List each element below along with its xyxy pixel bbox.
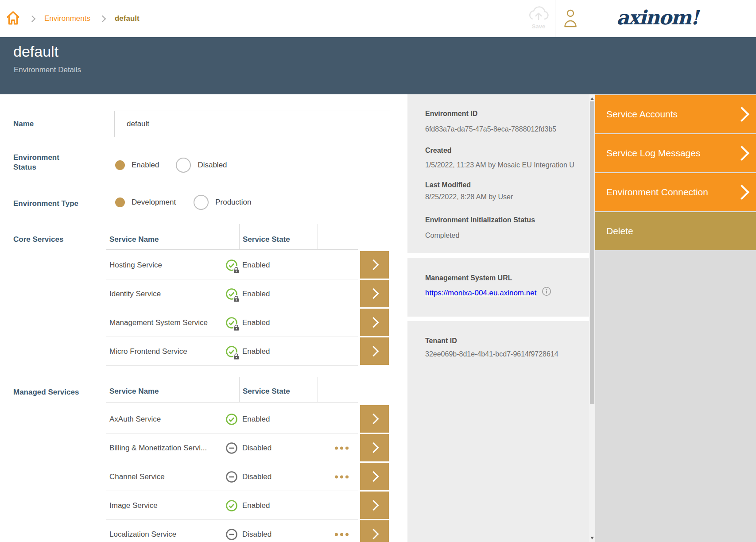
- chevron-right-icon: [368, 259, 379, 270]
- service-name: Hosting Service: [109, 261, 162, 270]
- chevron-right-icon: [368, 346, 379, 356]
- service-state-label: Disabled: [242, 444, 271, 453]
- name-input[interactable]: [114, 111, 390, 137]
- save-button[interactable]: Save: [524, 5, 553, 30]
- service-row-micro-frontend: Micro Frontend Service Enabled: [106, 337, 358, 366]
- service-state-label: Enabled: [242, 318, 270, 327]
- breadcrumb: Environments default: [6, 0, 140, 37]
- service-row-identity: Identity Service Enabled: [106, 280, 358, 308]
- radio-development-label[interactable]: Development: [132, 198, 176, 207]
- service-name: AxAuth Service: [109, 415, 161, 424]
- disabled-icon: [225, 441, 238, 455]
- save-button-label: Save: [524, 23, 553, 30]
- open-axauth-service-button[interactable]: [360, 405, 389, 433]
- chevron-right-icon: [368, 414, 379, 424]
- open-micro-frontend-service-button[interactable]: [360, 337, 389, 365]
- management-system-url-link[interactable]: https://monixa-004.eu.axinom.net: [425, 289, 536, 298]
- service-name: Billing & Monetization Servi...: [109, 444, 207, 453]
- service-log-messages-button-label: Service Log Messages: [606, 148, 700, 158]
- chevron-right-icon: [734, 146, 749, 161]
- name-label: Name: [13, 120, 34, 128]
- managed-services-label: Managed Services: [13, 388, 79, 397]
- service-state-label: Enabled: [242, 347, 270, 356]
- tenant-id-label: Tenant ID: [425, 337, 457, 345]
- enabled-locked-icon: [225, 259, 238, 272]
- radio-disabled-label[interactable]: Disabled: [198, 161, 227, 170]
- service-row-billing-monetization: Billing & Monetization Servi... Disabled: [106, 434, 358, 462]
- open-management-system-service-button[interactable]: [360, 309, 389, 336]
- chevron-right-icon: [734, 185, 749, 200]
- radio-production[interactable]: [194, 195, 209, 210]
- scroll-up-arrow[interactable]: [590, 97, 594, 100]
- environment-connection-button[interactable]: Environment Connection: [595, 173, 756, 211]
- disabled-icon: [225, 528, 238, 541]
- user-profile-icon: [563, 22, 578, 29]
- vertical-scrollbar[interactable]: [589, 94, 595, 542]
- open-channel-service-button[interactable]: [360, 463, 389, 490]
- action-sidebar: Service Accounts Service Log Messages En…: [595, 94, 756, 542]
- scroll-down-arrow[interactable]: [590, 537, 594, 539]
- environment-info-panel: Environment ID 6fd83a7a-da75-47a5-8eca-7…: [407, 94, 589, 542]
- radio-enabled-label[interactable]: Enabled: [132, 161, 159, 170]
- info-section-url: [407, 258, 589, 317]
- open-localization-service-button[interactable]: [360, 520, 389, 542]
- page-header: default Environment Details: [0, 37, 756, 94]
- column-divider: [318, 377, 318, 402]
- service-row-hosting: Hosting Service Enabled: [106, 251, 358, 279]
- chevron-right-icon: [368, 529, 379, 539]
- service-row-axauth: AxAuth Service Enabled: [106, 405, 358, 434]
- row-menu-button[interactable]: [333, 445, 350, 451]
- table-header-underline: [106, 402, 358, 403]
- radio-disabled[interactable]: [176, 158, 191, 173]
- row-menu-button[interactable]: [333, 531, 350, 538]
- service-accounts-button[interactable]: Service Accounts: [595, 95, 756, 133]
- radio-enabled-selected[interactable]: [115, 160, 125, 170]
- environment-id-value: 6fd83a7a-da75-47a5-8eca-7888012fd3b5: [425, 125, 556, 133]
- last-modified-value: 8/25/2022, 8:28 AM by User: [425, 193, 513, 201]
- service-row-channel: Channel Service Disabled: [106, 463, 358, 491]
- home-icon: [6, 11, 20, 27]
- open-image-service-button[interactable]: [360, 492, 389, 519]
- page-title: default: [13, 43, 58, 60]
- column-divider: [239, 224, 240, 249]
- managed-column-service-name: Service Name: [109, 387, 159, 396]
- service-log-messages-button[interactable]: Service Log Messages: [595, 134, 756, 172]
- environment-connection-button-label: Environment Connection: [606, 187, 708, 197]
- environment-status-label: Environment Status: [13, 153, 75, 172]
- enabled-locked-icon: [225, 345, 238, 358]
- breadcrumb-chevron-icon: [99, 15, 106, 22]
- delete-environment-button[interactable]: Delete: [595, 212, 756, 250]
- service-name: Micro Frontend Service: [109, 347, 187, 356]
- service-accounts-button-label: Service Accounts: [606, 109, 678, 119]
- service-row-image: Image Service Enabled: [106, 492, 358, 520]
- chevron-right-icon: [368, 471, 379, 482]
- scrollbar-thumb[interactable]: [590, 101, 594, 404]
- open-billing-monetization-service-button[interactable]: [360, 434, 389, 461]
- enabled-locked-icon: [225, 316, 238, 329]
- open-identity-service-button[interactable]: [360, 280, 389, 307]
- info-icon[interactable]: [542, 286, 551, 298]
- breadcrumb-link-environments[interactable]: Environments: [44, 14, 90, 23]
- enabled-icon: [225, 499, 238, 512]
- created-value: 1/5/2022, 11:23 AM by Mosaic EU Integrat…: [425, 161, 574, 169]
- radio-development-selected[interactable]: [115, 197, 125, 207]
- core-column-service-state: Service State: [243, 235, 290, 244]
- top-bar: Environments default Save axinom!: [0, 0, 756, 37]
- service-name: Management System Service: [109, 318, 208, 327]
- environment-details-screen: Environments default Save axinom! defaul…: [0, 0, 756, 542]
- open-hosting-service-button[interactable]: [360, 251, 389, 279]
- environment-status-radio-group: Enabled Disabled: [115, 158, 227, 173]
- radio-production-label[interactable]: Production: [215, 198, 251, 207]
- service-state-label: Enabled: [242, 501, 270, 510]
- tenant-id-value: 32ee069b-8d1e-4b41-bcd7-9614f9728614: [425, 350, 558, 358]
- home-button[interactable]: [6, 11, 20, 27]
- delete-button-label: Delete: [606, 226, 633, 236]
- row-menu-button[interactable]: [333, 473, 350, 480]
- breadcrumb-current: default: [115, 14, 140, 23]
- service-state-label: Enabled: [242, 261, 270, 270]
- table-header-underline: [106, 249, 358, 250]
- environment-type-radio-group: Development Production: [115, 195, 251, 210]
- user-profile-button[interactable]: [563, 9, 578, 29]
- last-modified-label: Last Modified: [425, 181, 471, 189]
- cloud-upload-icon: [528, 16, 549, 23]
